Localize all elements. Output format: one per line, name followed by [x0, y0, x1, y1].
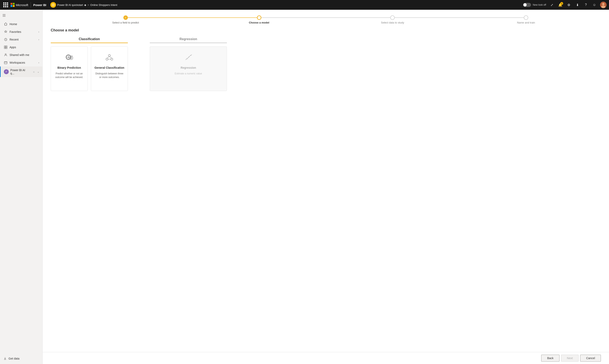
wizard-step-1[interactable]: ✓ Select a field to predict [59, 15, 192, 24]
svg-point-21 [111, 58, 113, 60]
regression-header: Regression [150, 37, 227, 43]
wizard-step-3[interactable]: Select data to study [326, 15, 459, 24]
sidebar-item-shared[interactable]: Shared with me [0, 51, 42, 59]
regression-name: Regression [180, 66, 196, 69]
waffle-icon [3, 2, 8, 7]
sidebar-label-shared: Shared with me [10, 53, 39, 57]
step-circle-1: ✓ [123, 15, 128, 20]
sidebar-item-favorites[interactable]: Favorites › [0, 28, 42, 36]
emoji-icon[interactable]: ☺ [592, 2, 597, 8]
workspace-icon [50, 2, 56, 8]
binary-icon [64, 52, 75, 63]
general-name: General Classification [94, 66, 124, 69]
step-label-2: Choose a model [249, 21, 269, 24]
help-icon[interactable]: ? [583, 2, 589, 8]
step-label-3: Select data to study [381, 21, 404, 24]
svg-rect-13 [4, 62, 7, 64]
regression-category: Regression [150, 37, 227, 91]
sidebar-bottom: Get data [0, 355, 42, 364]
svg-point-12 [5, 54, 6, 55]
avatar[interactable] [600, 2, 607, 8]
sidebar-toggle[interactable] [0, 11, 8, 19]
step-circle-3 [390, 15, 395, 20]
sidebar-label-workspaces: Workspaces [10, 61, 36, 64]
bottom-bar: Back Next Cancel [43, 352, 609, 364]
person-icon [4, 53, 8, 57]
page-content: Choose a model Classification [43, 24, 609, 352]
wizard-steps-row: ✓ Select a field to predict Choose a mod… [59, 15, 593, 24]
topbar: Microsoft Power BI Power BI AI quickstar… [0, 0, 609, 10]
binary-name: Binary Prediction [57, 66, 81, 69]
step-circle-4 [524, 15, 528, 20]
app-name: Power BI [33, 3, 46, 7]
regression-icon [183, 52, 194, 63]
get-data-label: Get data [9, 357, 19, 360]
general-classification-card[interactable]: General Classification Distinguish betwe… [91, 46, 128, 91]
breadcrumb-diamond: ◆ [84, 3, 86, 6]
regression-cards: Regression Estimate a numeric value [150, 46, 227, 91]
page-title: Choose a model [51, 28, 601, 32]
step-label-4: Name and train [517, 21, 535, 24]
step-label-1: Select a field to predict [112, 21, 139, 24]
breadcrumb-arrow: > [87, 3, 89, 6]
svg-point-19 [108, 54, 111, 57]
wizard-step-2[interactable]: Choose a model [192, 15, 326, 24]
wizard-steps-area: ✓ Select a field to predict Choose a mod… [43, 10, 609, 24]
settings-icon[interactable]: ⚙ [566, 2, 572, 8]
main-layout: Home Favorites › Recent › [0, 10, 609, 364]
new-look-toggle[interactable]: New look off [523, 3, 546, 7]
home-icon [4, 22, 8, 26]
workspace-avatar: P [4, 69, 9, 74]
cancel-button[interactable]: Cancel [580, 355, 601, 362]
workspace-label: Power BI AI q... [10, 68, 30, 75]
back-button[interactable]: Back [541, 355, 559, 362]
svg-rect-8 [4, 46, 5, 47]
divider [31, 2, 31, 8]
next-button[interactable]: Next [561, 355, 579, 362]
sidebar-item-apps[interactable]: Apps [0, 43, 42, 51]
download-icon[interactable]: ⬇ [575, 2, 580, 8]
svg-rect-10 [4, 47, 5, 49]
waffle-menu[interactable] [2, 2, 9, 8]
classification-header: Classification [51, 37, 128, 43]
notification-bell[interactable]: 🔔 1 [557, 2, 563, 8]
sidebar-item-home[interactable]: Home [0, 20, 42, 28]
chevron-right-icon-2: › [38, 38, 39, 41]
chevron-down-icon: ⌄ [37, 71, 39, 73]
microsoft-logo: Microsoft [11, 3, 28, 7]
binary-desc: Predict whether or not an outcome will b… [54, 72, 84, 79]
classification-category: Classification [51, 37, 128, 91]
grid-icon [4, 45, 8, 49]
sidebar-label-apps: Apps [10, 46, 39, 49]
binary-prediction-card[interactable]: Binary Prediction Predict whether or not… [51, 46, 88, 91]
sidebar: Home Favorites › Recent › [0, 10, 43, 364]
star-icon [4, 30, 8, 34]
classification-icon [104, 52, 115, 63]
notification-badge: 1 [560, 2, 563, 5]
workspace-nav-icon [4, 61, 8, 65]
regression-desc: Estimate a numeric value [175, 72, 202, 75]
clock-icon [4, 38, 8, 41]
chevron-right-icon-3: › [38, 61, 39, 64]
svg-rect-11 [6, 47, 7, 49]
breadcrumb-workspace[interactable]: Power BI AI quickstart [57, 3, 83, 6]
get-data-item[interactable]: Get data [0, 355, 42, 362]
breadcrumb: Power BI AI quickstart ◆ > Online Shoppe… [50, 2, 117, 8]
sidebar-label-favorites: Favorites [10, 30, 36, 33]
sidebar-label-home: Home [10, 23, 39, 26]
sidebar-item-workspaces[interactable]: Workspaces › [0, 59, 42, 66]
content-area: ✓ Select a field to predict Choose a mod… [43, 10, 609, 364]
topbar-right: New look off ⤢ 🔔 1 ⚙ ⬇ ? ☺ [523, 2, 607, 8]
regression-card[interactable]: Regression Estimate a numeric value [150, 46, 227, 91]
svg-point-20 [106, 58, 108, 60]
diamond-icon: ◆ [32, 70, 36, 74]
sidebar-item-recent[interactable]: Recent › [0, 36, 42, 43]
svg-line-33 [185, 54, 192, 60]
model-selection-area: Classification [51, 37, 601, 91]
expand-icon[interactable]: ⤢ [549, 2, 555, 8]
svg-point-2 [602, 3, 605, 5]
svg-line-22 [107, 57, 109, 58]
wizard-step-4[interactable]: Name and train [459, 15, 593, 24]
step-circle-2 [257, 15, 261, 20]
workspace-current[interactable]: P Power BI AI q... ◆ ⌄ [0, 66, 42, 77]
